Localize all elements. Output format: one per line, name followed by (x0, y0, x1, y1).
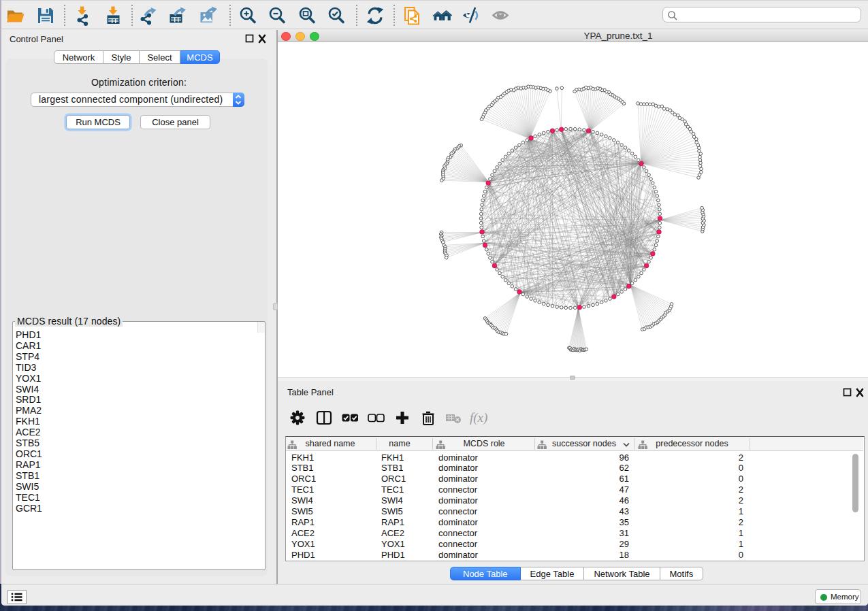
svg-text:f(x): f(x) (470, 410, 487, 425)
